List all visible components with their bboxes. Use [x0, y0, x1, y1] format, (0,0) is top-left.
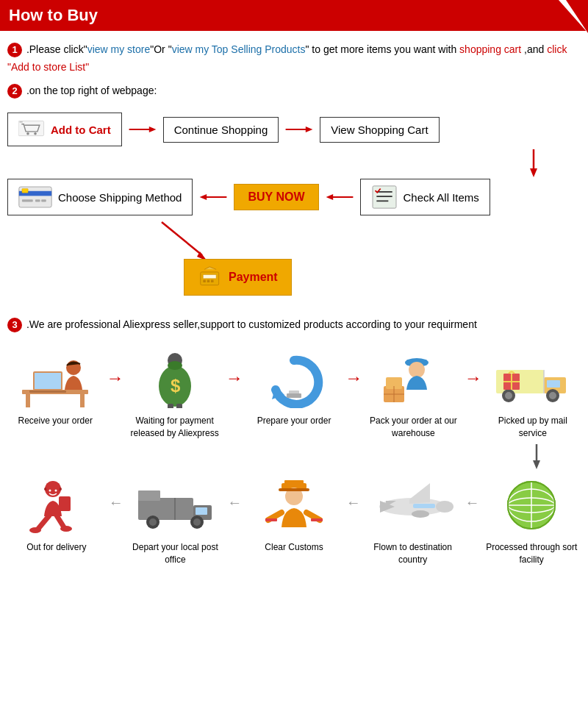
step3-section: 3 .We are professional Aliexpress seller… [7, 313, 581, 334]
ff-label-payment-wait: Waiting for payment released by Aliexpre… [126, 415, 222, 440]
continue-shopping-label: Continue Shopping [174, 124, 268, 136]
arrow-to-continue [128, 122, 157, 137]
ff-label-prepare: Prepare your order [257, 415, 331, 427]
link-shopping-cart[interactable]: shopping cart [459, 43, 521, 55]
svg-rect-26 [203, 275, 216, 279]
svg-rect-41 [168, 404, 173, 408]
svg-point-1 [26, 132, 29, 135]
step2-number: 2 [7, 84, 22, 99]
credit-card-icon [18, 185, 52, 209]
svg-point-105 [29, 527, 41, 533]
page-title: How to Buy [9, 6, 98, 25]
header-slash-decoration [559, 0, 588, 33]
svg-rect-86 [265, 518, 277, 521]
step1-or: "Or " [150, 43, 171, 55]
svg-rect-14 [22, 189, 28, 193]
svg-rect-31 [26, 394, 30, 407]
svg-point-100 [49, 489, 51, 491]
flow-row1: Add to Cart Continue Shopping [7, 113, 581, 146]
ff-icon-receive [11, 346, 99, 412]
ff-label-delivery-man: Out for delivery [26, 541, 86, 554]
ff-item-pack: Pack your order at our warehouse [365, 346, 461, 440]
svg-rect-83 [279, 488, 309, 491]
svg-rect-99 [46, 483, 60, 491]
svg-point-95 [193, 518, 201, 526]
svg-point-93 [149, 518, 157, 526]
svg-rect-28 [207, 280, 210, 283]
svg-rect-81 [284, 480, 304, 486]
svg-rect-13 [41, 200, 46, 202]
down-arrow-container [7, 148, 581, 177]
step1-text: 1 .Please click"view my store"Or "view m… [7, 41, 581, 76]
svg-rect-87 [311, 518, 323, 521]
svg-marker-16 [200, 194, 207, 200]
ff-item-payment-wait: $ Waiting for payment released by Aliexp… [126, 346, 222, 440]
ff-arrow-r1: ← [109, 494, 123, 511]
arrow-from-checkall-to-buynow [325, 190, 354, 204]
payment-row: Payment [184, 259, 581, 296]
ff-item-mail: Picked up by mail service [485, 346, 581, 440]
ff-label-customs: Clear Customs [265, 541, 323, 554]
svg-rect-54 [496, 370, 544, 393]
ff-item-delivery-man: Out for delivery [7, 472, 106, 554]
svg-marker-6 [306, 126, 313, 132]
svg-rect-35 [29, 390, 66, 393]
svg-marker-8 [530, 168, 537, 177]
buy-now-box[interactable]: BUY NOW [234, 184, 318, 210]
payment-label: Payment [229, 271, 278, 284]
step1-number: 1 [7, 43, 22, 57]
step3-number: 3 [7, 318, 22, 332]
svg-rect-42 [176, 404, 182, 408]
fulfillment-row2: Processed through sort facility ← [7, 472, 581, 566]
svg-rect-78 [413, 504, 435, 508]
cart-icon [18, 119, 45, 140]
svg-point-49 [409, 362, 425, 378]
svg-rect-91 [138, 491, 160, 501]
step1-prefix: .Please click" [26, 43, 87, 55]
add-to-cart-box: Add to Cart [7, 113, 122, 146]
svg-point-40 [168, 361, 182, 370]
ff-item-receive: Receive your order [7, 346, 103, 427]
svg-point-101 [54, 489, 57, 491]
ff-arrow1: → [106, 368, 123, 388]
ff-arrow-r4: ← [465, 494, 479, 511]
ff-icon-customs [250, 472, 338, 538]
ff-label-sort: Processed through sort facility [482, 541, 581, 566]
ff-arrow-r2: ← [227, 494, 242, 511]
add-to-cart-label: Add to Cart [51, 124, 111, 136]
step1-mid: " to get more items you want with [305, 43, 459, 55]
svg-point-2 [34, 132, 37, 135]
step2-text: 2 .on the top right of webpage: [7, 82, 581, 100]
payment-box: Payment [184, 259, 292, 296]
ff-icon-delivery-man [12, 472, 101, 538]
svg-marker-4 [148, 126, 156, 132]
ff-item-sort: Processed through sort facility [482, 472, 581, 566]
ff-arrow4: → [465, 368, 482, 388]
ff-item-fly: Flown to destination country [364, 472, 462, 566]
svg-rect-11 [22, 200, 33, 202]
view-shopping-cart-box: View Shopping Cart [320, 117, 439, 143]
ff-icon-fly [369, 472, 457, 538]
ff-label-receive: Receive your order [18, 415, 93, 427]
svg-rect-56 [547, 380, 560, 388]
svg-point-58 [505, 392, 512, 399]
svg-rect-29 [211, 280, 214, 283]
link-top-selling[interactable]: view my Top Selling Products [172, 43, 306, 55]
payment-icon [198, 265, 224, 289]
link-view-store[interactable]: view my store [87, 43, 151, 55]
step3-label: .We are professional Aliexpress seller,s… [26, 318, 477, 330]
ff-item-post-truck: Depart your local post office [126, 472, 225, 566]
ff-icon-prepare [250, 346, 338, 412]
continue-shopping-box: Continue Shopping [163, 117, 279, 143]
ff-icon-pack [369, 346, 457, 412]
check-all-items-label: Check All Items [404, 191, 479, 204]
fulfillment-row1: Receive your order → $ [7, 346, 581, 440]
svg-rect-27 [203, 280, 206, 283]
ff-item-prepare: Prepare your order [246, 346, 342, 427]
ff-arrow3: → [345, 368, 362, 388]
svg-point-60 [549, 392, 556, 399]
svg-point-74 [436, 501, 453, 513]
svg-point-79 [412, 510, 429, 518]
flow-diagram: Add to Cart Continue Shopping [7, 113, 581, 296]
checklist-icon [371, 185, 398, 209]
